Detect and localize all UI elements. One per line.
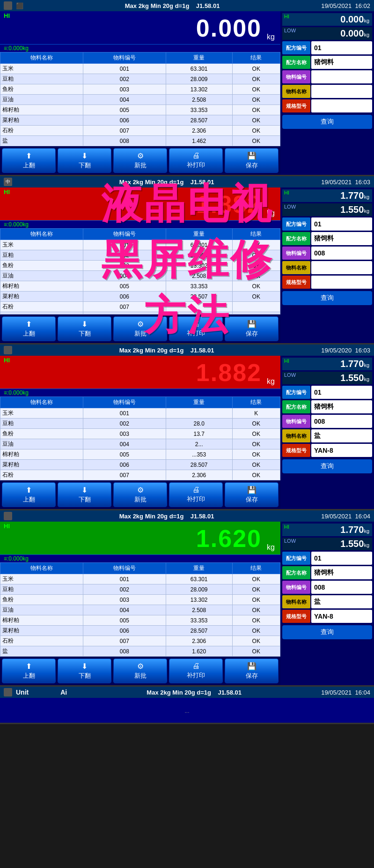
status-icon-1: ⬛ bbox=[16, 2, 23, 9]
hi-tag-3: HI bbox=[284, 358, 289, 364]
col-name-3: 物料名称 bbox=[0, 397, 83, 408]
formula-name-label-1: 配方名称 bbox=[282, 56, 310, 69]
btn-new-4[interactable]: ⚙新批 bbox=[113, 658, 167, 683]
info-row-formula-no-3: 配方编号 01 bbox=[282, 386, 372, 399]
col-weight-2: 重量 bbox=[166, 229, 232, 240]
weight-display-3: HI 1.882 kg bbox=[0, 356, 280, 389]
table-row bbox=[0, 312, 280, 314]
btn-print-3[interactable]: 🖨补打印 bbox=[169, 482, 223, 507]
spec-value-2 bbox=[311, 276, 372, 289]
status-left-2: 中 bbox=[4, 178, 12, 186]
status-spec-1: Max 2kg Min 20g d=1g J1.58.01 bbox=[125, 2, 220, 9]
weight-value-2: 1.882 bbox=[5, 189, 276, 217]
btn-new-3[interactable]: ⚙新批 bbox=[113, 482, 167, 507]
info-row-formula-no-2: 配方编号 01 bbox=[282, 217, 372, 231]
btn-up-1[interactable]: ⬆上翻 bbox=[2, 148, 56, 173]
btn-down-4[interactable]: ⬇下翻 bbox=[58, 658, 111, 683]
low-display-4: LOW 1.550kg bbox=[282, 538, 372, 550]
status-spec-4: Max 2kg Min 20g d=1g J1.58.01 bbox=[119, 513, 214, 520]
hi-val-1: 0.000 bbox=[340, 14, 364, 24]
material-no-value-1 bbox=[311, 70, 372, 83]
query-btn-2[interactable]: 查询 bbox=[282, 291, 372, 305]
status-left-1: ⬛ bbox=[4, 1, 23, 10]
data-table-1: 物料名称 物料编号 重量 结果 玉米00163.301OK 豆粕00228.00… bbox=[0, 52, 280, 146]
corner-icon-1 bbox=[4, 1, 12, 10]
btn-print-1[interactable]: 🖨补打印 bbox=[169, 148, 223, 173]
table-row: 豆油0042...OK bbox=[0, 439, 280, 449]
formula-no-value-3: 01 bbox=[311, 386, 372, 399]
btn-up-3[interactable]: ⬆上翻 bbox=[2, 482, 56, 507]
table-header-3: 物料名称 物料编号 重量 结果 bbox=[0, 397, 280, 408]
table-header-4: 物料名称 物料编号 重量 结果 bbox=[0, 563, 280, 574]
btn-save-1[interactable]: 💾保存 bbox=[225, 148, 279, 173]
status-datetime-1: 19/05/2021 16:02 bbox=[321, 2, 370, 9]
low-display-1: LOW 0.000kg bbox=[282, 27, 372, 40]
left-panel-3: HI 1.882 kg ≡:0.000kg 物料名称 物料编号 重量 结果 bbox=[0, 356, 280, 509]
btn-bar-4: ⬆上翻 ⬇下翻 ⚙新批 🖨补打印 💾保存 bbox=[0, 657, 280, 685]
low-display-2: LOW 1.550kg bbox=[282, 203, 372, 216]
col-code-1: 物料编号 bbox=[83, 52, 166, 64]
status-spec-bottom: Max 2kg Min 20g d=1g J1.58.01 bbox=[147, 689, 242, 696]
material-no-value-3: 008 bbox=[311, 415, 372, 428]
status-spec-3: Max 2kg Min 20g d=1g J1.58.01 bbox=[119, 347, 214, 354]
info-row-formula-name-4: 配方名称 猪饲料 bbox=[282, 566, 372, 579]
btn-save-4[interactable]: 💾保存 bbox=[225, 658, 279, 683]
table-row: 豆粕00228.009OK bbox=[0, 74, 280, 84]
btn-down-1[interactable]: ⬇下翻 bbox=[58, 148, 111, 173]
col-code-4: 物料编号 bbox=[83, 563, 166, 574]
status-bar-3: Max 2kg Min 20g d=1g J1.58.01 19/05/2020… bbox=[0, 344, 374, 356]
btn-save-2[interactable]: 💾保存 bbox=[225, 316, 279, 341]
right-panel-4: HI 1.770kg LOW 1.550kg 配方编号 01 配方名称 猪饲料 … bbox=[280, 522, 374, 685]
material-no-value-4: 008 bbox=[311, 581, 372, 594]
info-row-spec-3: 规格型号 YAN-8 bbox=[282, 444, 372, 457]
table-row: 鱼粉00313.302OK bbox=[0, 84, 280, 95]
unit-label: Unit bbox=[16, 688, 29, 696]
spec-label-1: 规格型号 bbox=[282, 99, 310, 112]
btn-print-4[interactable]: 🖨补打印 bbox=[169, 658, 223, 683]
btn-new-2[interactable]: ⚙新批 bbox=[113, 316, 167, 341]
table-row: 鱼粉00313.302OK bbox=[0, 261, 280, 271]
btn-print-2[interactable]: 🖨补打印 bbox=[169, 316, 223, 341]
btn-down-3[interactable]: ⬇下翻 bbox=[58, 482, 111, 507]
panel-3: Max 2kg Min 20g d=1g J1.58.01 19/05/2020… bbox=[0, 344, 374, 510]
hi-display-2: HI 1.770kg bbox=[282, 189, 372, 202]
status-datetime-4: 19/05/2021 16:04 bbox=[321, 513, 370, 520]
spec-value-4: YAN-8 bbox=[311, 610, 372, 623]
status-spec-2: Max 2kg Min 20g d=1g J1.58.01 bbox=[119, 179, 214, 186]
material-name-label-4: 物料名称 bbox=[282, 595, 310, 608]
table-row: 豆油0042.508OK bbox=[0, 605, 280, 615]
btn-save-3[interactable]: 💾保存 bbox=[225, 482, 279, 507]
weight-display-4: HI 1.620 kg bbox=[0, 522, 280, 554]
query-btn-1[interactable]: 查询 bbox=[282, 115, 372, 129]
material-no-label-4: 物料编号 bbox=[282, 581, 310, 594]
btn-down-2[interactable]: ⬇下翻 bbox=[58, 316, 111, 341]
query-btn-3[interactable]: 查询 bbox=[282, 459, 372, 473]
status-left-bottom: Unit Ai bbox=[4, 688, 67, 696]
data-table-4: 物料名称 物料编号 重量 结果 玉米00163.301OK 豆粕00228.00… bbox=[0, 562, 280, 657]
partial-placeholder: ... bbox=[184, 708, 189, 714]
info-row-material-name-3: 物料名称 盐 bbox=[282, 429, 372, 442]
btn-bar-3: ⬆上翻 ⬇下翻 ⚙新批 🖨补打印 💾保存 bbox=[0, 480, 280, 509]
status-left-4 bbox=[4, 512, 12, 520]
col-name-2: 物料名称 bbox=[0, 229, 83, 240]
formula-name-value-3: 猪饲料 bbox=[311, 400, 372, 413]
right-panel-2: HI 1.770kg LOW 1.550kg 配方编号 01 配方名称 猪饲料 … bbox=[280, 187, 374, 343]
status-left-3 bbox=[4, 346, 12, 354]
hi-label-3: HI bbox=[4, 357, 10, 364]
btn-up-2[interactable]: ⬆上翻 bbox=[2, 316, 56, 341]
table-row: 豆粕00228.009OK bbox=[0, 250, 280, 261]
formula-no-label-4: 配方编号 bbox=[282, 552, 310, 565]
main-content-3: HI 1.882 kg ≡:0.000kg 物料名称 物料编号 重量 结果 bbox=[0, 356, 374, 509]
info-row-formula-name-3: 配方名称 猪饲料 bbox=[282, 400, 372, 413]
status-bar-bottom: Unit Ai Max 2kg Min 20g d=1g J1.58.01 19… bbox=[0, 687, 374, 698]
material-name-label-2: 物料名称 bbox=[282, 261, 310, 274]
hi-tag-4: HI bbox=[284, 524, 289, 530]
btn-up-4[interactable]: ⬆上翻 bbox=[2, 658, 56, 683]
btn-new-1[interactable]: ⚙新批 bbox=[113, 148, 167, 173]
hi-display-3: HI 1.770kg bbox=[282, 358, 372, 370]
formula-name-value-2: 猪饲料 bbox=[311, 232, 372, 245]
col-name-4: 物料名称 bbox=[0, 563, 83, 574]
material-no-value-2: 008 bbox=[311, 247, 372, 260]
query-btn-4[interactable]: 查询 bbox=[282, 625, 372, 639]
corner-icon-2: 中 bbox=[4, 178, 12, 186]
